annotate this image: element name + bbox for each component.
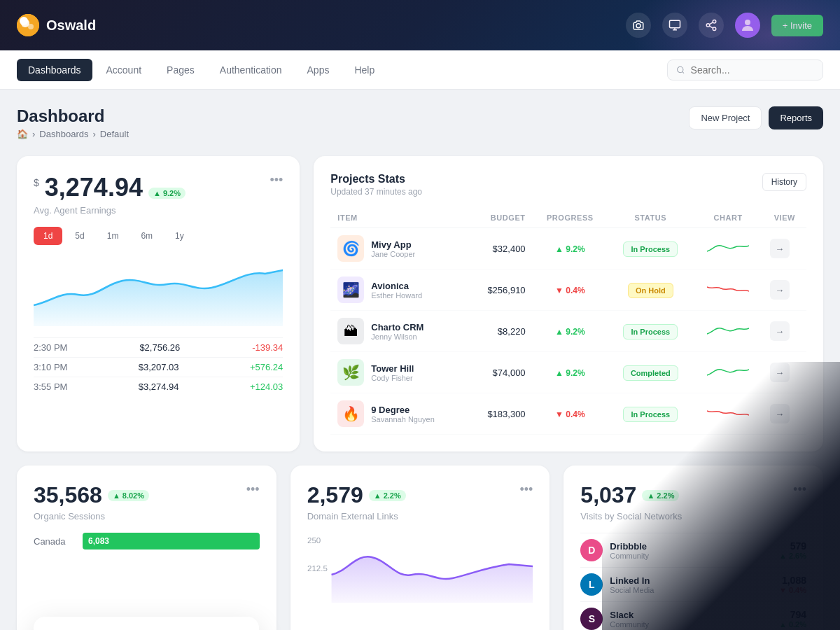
project-progress: ▼ 0.4% [555,410,585,419]
share-icon-btn[interactable] [699,13,724,38]
page-actions: New Project Reports [689,106,823,130]
project-thumb: 🌿 [337,359,364,386]
project-person: Cody Fisher [371,374,414,382]
project-thumb: 🔥 [337,400,364,427]
breadcrumb-default: Default [100,129,129,139]
project-thumb: 🌀 [337,235,364,262]
links-header: 2,579 ▲ 2.2% ••• [307,482,533,508]
project-progress: ▲ 9.2% [555,368,585,378]
project-view-arrow[interactable]: → [770,239,790,258]
svg-point-11 [678,66,683,72]
col-progress: PROGRESS [533,208,608,228]
earnings-badge: ▲ 9.2% [148,188,186,199]
svg-point-6 [706,24,710,27]
menu-bar: Dashboards Account Pages Authentication … [0,50,840,90]
svg-point-7 [713,27,716,31]
menu-item-apps[interactable]: Apps [296,59,341,81]
project-person: Jane Cooper [371,250,415,258]
social-count: 1,088 [779,575,806,586]
project-budget: $32,400 [493,244,526,254]
social-name: Slack [610,610,649,620]
col-view: VIEW [763,208,806,228]
logo-icon [17,14,39,36]
project-thumb: 🌌 [337,276,364,303]
social-menu-icon[interactable]: ••• [793,482,806,497]
menu-item-account[interactable]: Account [95,59,153,81]
svg-rect-4 [669,20,680,28]
links-badge: ▲ 2.2% [369,490,406,501]
breadcrumb-dashboards[interactable]: Dashboards [39,129,88,139]
monitor-icon-btn[interactable] [662,13,687,38]
new-project-button[interactable]: New Project [689,106,762,130]
earnings-label: Avg. Agent Earnings [34,205,283,216]
history-button[interactable]: History [762,173,806,191]
time-btn-5d[interactable]: 5d [65,227,94,245]
social-badge: ▲ 2.2% [642,490,679,501]
project-budget: $74,000 [493,368,526,378]
search-input[interactable] [691,64,814,76]
table-row: 🌿 Tower Hill Cody Fisher $74,000 ▲ 9.2% … [330,352,806,393]
project-progress: ▲ 9.2% [555,327,585,337]
social-header: 5,037 ▲ 2.2% ••• [580,482,806,508]
projects-updated: Updated 37 minutes ago [330,187,422,197]
time-btn-1m[interactable]: 1m [97,227,129,245]
project-view-arrow[interactable]: → [770,363,790,382]
time-filters: 1d 5d 1m 6m 1y [34,227,283,245]
svg-text:250: 250 [307,537,321,545]
project-progress: ▲ 9.2% [555,244,585,254]
svg-line-9 [709,22,713,24]
page-title: Dashboard [17,106,129,126]
menu-item-help[interactable]: Help [343,59,386,81]
project-view-arrow[interactable]: → [770,280,790,300]
breadcrumb-home-icon: 🏠 [17,129,28,139]
social-change: ▼ 0.4% [779,586,806,594]
social-icon: L [580,573,603,596]
table-row: 3:10 PM $3,207.03 +576.24 [34,357,283,377]
social-row: D Dribbble Community 579 ▲ 2.6% [580,533,806,567]
menu-item-authentication[interactable]: Authentication [209,59,293,81]
sessions-value: 35,568 [34,482,102,508]
user-avatar[interactable] [735,13,760,38]
earnings-value: 3,274.94 [45,173,143,202]
links-card: 2,579 ▲ 2.2% ••• Domain External Links [290,465,550,630]
project-name: Mivy App [371,239,415,250]
project-status: Completed [623,365,678,381]
earnings-table: 2:30 PM $2,756.26 -139.34 3:10 PM $3,207… [34,337,283,396]
dashboard-grid: $ 3,274.94 ▲ 9.2% ••• Avg. Agent Earning… [17,156,823,451]
social-type: Community [610,620,649,629]
col-item: ITEM [330,208,468,228]
project-name: 9 Degree [371,405,435,415]
project-sparkline [694,270,763,311]
invite-button[interactable]: + Invite [771,15,823,36]
sessions-menu-icon[interactable]: ••• [246,482,260,497]
earnings-menu-icon[interactable]: ••• [270,173,283,188]
table-row: 🌌 Avionica Esther Howard $256,910 ▼ 0.4%… [330,270,806,311]
top-navbar: Oswald + Invite [0,0,840,50]
links-menu-icon[interactable]: ••• [519,482,533,497]
menu-item-dashboards[interactable]: Dashboards [17,59,92,81]
earnings-card: $ 3,274.94 ▲ 9.2% ••• Avg. Agent Earning… [17,156,300,451]
links-chart: 250 212.5 [307,533,533,603]
earnings-currency: $ [34,177,39,188]
project-budget: $256,910 [487,285,525,295]
project-view-arrow[interactable]: → [770,404,790,424]
social-type: Social Media [610,586,654,594]
project-view-arrow[interactable]: → [770,321,790,341]
project-budget: $8,220 [498,326,526,337]
social-change: ▲ 0.2% [779,620,806,629]
menu-item-pages[interactable]: Pages [155,59,206,81]
svg-text:212.5: 212.5 [307,565,328,573]
social-icon: D [580,539,603,561]
camera-icon-btn[interactable] [626,13,651,38]
svg-point-10 [745,20,750,25]
earnings-amount: $ 3,274.94 ▲ 9.2% [34,173,186,202]
time-btn-1y[interactable]: 1y [165,227,194,245]
reports-button[interactable]: Reports [769,106,823,130]
social-count: 579 [779,540,806,552]
time-btn-1d[interactable]: 1d [34,227,62,245]
time-btn-6m[interactable]: 6m [131,227,162,245]
social-type: Community [610,552,649,560]
social-value: 5,037 [580,482,636,508]
page-header: Dashboard 🏠 › Dashboards › Default New P… [17,106,823,139]
social-rows: D Dribbble Community 579 ▲ 2.6% L Linked… [580,533,806,630]
